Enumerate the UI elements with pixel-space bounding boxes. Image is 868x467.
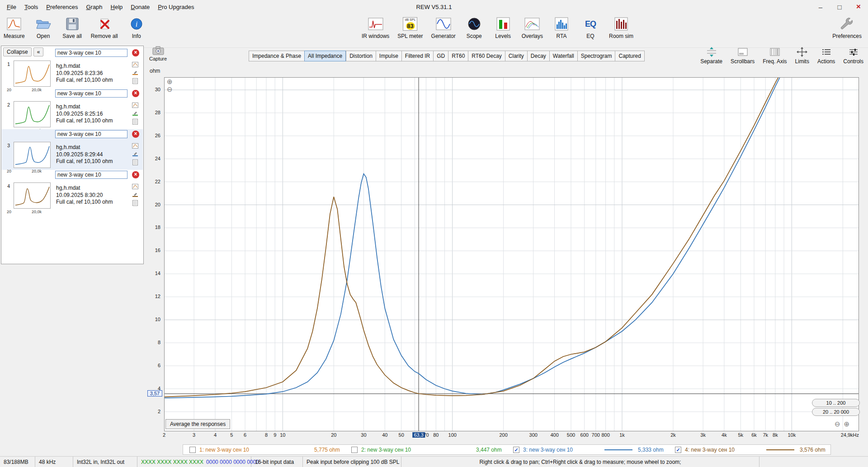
minimize-button[interactable]: – [811, 0, 830, 14]
spl-meter-button[interactable]: dB SPL83 SPL meter [397, 16, 423, 39]
rta-button[interactable]: RTA [551, 16, 572, 39]
tab-waterfall[interactable]: Waterfall [549, 51, 577, 61]
freq-axis-button[interactable]: Freq. Axis [763, 47, 787, 65]
tab-rt60-decay[interactable]: RT60 Decay [468, 51, 505, 61]
maximize-button[interactable]: □ [830, 0, 849, 14]
ir-windows-button[interactable]: IR windows [362, 16, 389, 39]
controls-button[interactable]: Controls [843, 47, 863, 65]
actions-button[interactable]: Actions [817, 47, 835, 65]
tab-decay[interactable]: Decay [527, 51, 549, 61]
measure-button[interactable]: Measure [4, 16, 25, 39]
measurement-file: hg,h.mdat [56, 103, 113, 111]
measurement-thumbnail[interactable] [14, 101, 51, 127]
zoom-out-icon[interactable]: ⊖ [167, 86, 173, 93]
measurement-thumbnail[interactable] [14, 61, 51, 87]
remove-all-button[interactable]: Remove all [91, 16, 118, 39]
zoom-out-icon[interactable]: ⊖ [835, 420, 840, 427]
tab-impulse[interactable]: Impulse [376, 51, 401, 61]
measurement-name-input[interactable] [55, 89, 127, 98]
freq-range-presets: 10 .. 200 20 .. 20 000 [812, 399, 860, 416]
x-tick-label: 800 [601, 432, 609, 438]
x-tick-label: 400 [550, 432, 558, 438]
generator-button[interactable]: Generator [431, 16, 456, 39]
menu-graph[interactable]: Graph [82, 1, 106, 13]
tab-filtered-ir[interactable]: Filtered IR [401, 51, 433, 61]
preferences-button[interactable]: Preferences [832, 16, 862, 39]
tab-captured[interactable]: Captured [615, 51, 644, 61]
tab-gd[interactable]: GD [433, 51, 448, 61]
measurement-graph-icon[interactable] [132, 143, 138, 149]
impedance-chart[interactable] [164, 77, 859, 431]
legend-item: 2: new 3-way сен 10 3,447 ohm [345, 447, 507, 453]
measurement-thumbnail[interactable] [14, 142, 51, 168]
notes-icon[interactable] [132, 200, 138, 206]
notes-icon[interactable] [132, 159, 138, 165]
measurement-entry[interactable]: 4 20 20,0k × hg,h.mdat 10.09.2025 8:30:2… [2, 170, 143, 210]
trace-edit-icon[interactable] [132, 111, 138, 116]
range-10-200-button[interactable]: 10 .. 200 [812, 399, 860, 407]
separate-button[interactable]: Separate [700, 47, 722, 65]
tab-rt60[interactable]: RT60 [448, 51, 468, 61]
menu-help[interactable]: Help [107, 1, 127, 13]
trace-edit-icon[interactable] [132, 151, 138, 157]
menu-tools[interactable]: Tools [20, 1, 42, 13]
trace-checkbox[interactable]: ✓ [675, 447, 681, 453]
trace-checkbox[interactable] [189, 447, 196, 453]
y-tick-label: 30 [145, 87, 163, 92]
overlays-button[interactable]: Overlays [522, 16, 543, 39]
tab-spectrogram[interactable]: Spectrogram [577, 51, 615, 61]
measurement-name-input[interactable] [55, 171, 127, 179]
measurement-name-input[interactable] [55, 130, 127, 138]
mouse-hint: Right click & drag to pan; Ctrl+Right cl… [401, 457, 760, 467]
x-tick-label: 9 [274, 432, 276, 438]
delete-measurement-button[interactable]: × [132, 171, 139, 178]
room-sim-button[interactable]: Room sim [609, 16, 633, 39]
tab-all-impedance[interactable]: All Impedance [304, 51, 346, 61]
delete-measurement-button[interactable]: × [132, 90, 139, 97]
measurement-thumbnail[interactable] [14, 182, 51, 209]
collapse-arrows-icon[interactable]: « [33, 47, 44, 56]
menu-file[interactable]: File [3, 1, 20, 13]
measurement-info: hg,h.mdat 10.09.2025 8:30:20 Full cal, r… [56, 185, 113, 206]
measurement-entry[interactable]: 2 20 20,0k × hg,h.mdat 10.09.2025 8:25:1… [2, 89, 143, 129]
range-20-20000-button[interactable]: 20 .. 20 000 [812, 408, 860, 416]
eq-button[interactable]: EQ EQ [580, 16, 601, 39]
info-button[interactable]: i Info [126, 16, 147, 39]
tab-impedance-phase[interactable]: Impedance & Phase [249, 51, 304, 61]
tab-distortion[interactable]: Distortion [346, 51, 376, 61]
open-button[interactable]: Open [33, 16, 54, 39]
measurement-graph-icon[interactable] [132, 62, 138, 67]
menu-preferences[interactable]: Preferences [42, 1, 82, 13]
collapse-panel-button[interactable]: Collapse [3, 47, 32, 56]
trace-edit-icon[interactable] [132, 70, 138, 75]
levels-button[interactable]: Levels [493, 16, 514, 39]
menu-donate[interactable]: Donate [127, 1, 154, 13]
trace-edit-icon[interactable] [132, 192, 138, 197]
delete-measurement-button[interactable]: × [132, 131, 139, 138]
save-all-button[interactable]: Save all [62, 16, 83, 39]
limits-button[interactable]: Limits [795, 47, 809, 65]
measurement-number: 3 [7, 143, 10, 148]
legend-item: ✓ 3: new 3-way сен 10 5,333 ohm [507, 447, 669, 453]
measurement-name-input[interactable] [55, 49, 127, 57]
notes-icon[interactable] [132, 78, 138, 84]
chart-canvas[interactable] [164, 77, 859, 431]
capture-button[interactable]: Capture [149, 46, 167, 61]
trace-checkbox[interactable]: ✓ [513, 447, 519, 453]
measurement-entry[interactable]: 3 20 20,0k × hg,h.mdat 10.09.2025 8:29:4… [2, 129, 143, 170]
tab-clarity[interactable]: Clarity [505, 51, 527, 61]
zoom-in-icon[interactable]: ⊕ [844, 420, 850, 427]
zoom-in-icon[interactable]: ⊕ [167, 78, 173, 85]
menu-pro-upgrades[interactable]: Pro Upgrades [154, 1, 198, 13]
close-button[interactable]: × [849, 0, 868, 14]
trace-checkbox[interactable] [351, 447, 358, 453]
y-tick-label: 24 [145, 156, 163, 161]
measurement-graph-icon[interactable] [132, 103, 138, 108]
notes-icon[interactable] [132, 119, 138, 125]
measurement-graph-icon[interactable] [132, 184, 138, 189]
scrollbars-button[interactable]: Scrollbars [731, 47, 755, 65]
scope-button[interactable]: Scope [464, 16, 485, 39]
scope-icon [467, 16, 481, 32]
delete-measurement-button[interactable]: × [132, 49, 139, 56]
average-responses-button[interactable]: Average the responses [165, 419, 230, 429]
